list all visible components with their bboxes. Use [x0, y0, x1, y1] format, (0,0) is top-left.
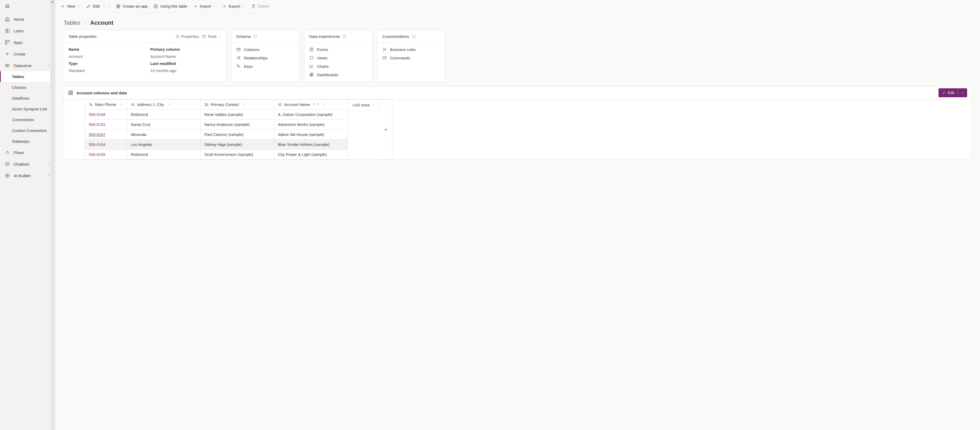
cell-city[interactable]: Missoula	[127, 130, 200, 140]
sidebar-item-apps[interactable]: Apps	[0, 37, 55, 48]
chevron-down-icon[interactable]	[958, 91, 967, 95]
svg-rect-24	[310, 57, 313, 59]
svg-rect-26	[312, 73, 313, 74]
chevron-down-icon[interactable]	[77, 4, 80, 8]
table-row[interactable]: 555-0157MissoulaPaul Cannon (sample)Alpi…	[85, 130, 348, 140]
custom-link-commands[interactable]: Commands	[382, 56, 441, 60]
table-row[interactable]: 555-0152Santa CruzNancy Anderson (sample…	[85, 119, 348, 130]
cell-phone[interactable]: 555-0155	[85, 150, 127, 159]
cell-contact[interactable]: Scott Konersmann (sample)	[200, 150, 274, 159]
dataexp-link-views[interactable]: Views	[309, 56, 368, 60]
table-row[interactable]: 555-0155RedmondScott Konersmann (sample)…	[85, 150, 348, 159]
sidebar-item-chatbots[interactable]: Chatbots	[0, 158, 55, 170]
cell-city[interactable]: Los Angeles	[127, 140, 200, 150]
cell-phone[interactable]: 555-0157	[85, 130, 127, 140]
create-app-button[interactable]: Create an app	[116, 4, 148, 9]
cell-account[interactable]: Alpine Ski House (sample)	[274, 130, 348, 140]
column-label: Primary Contact	[211, 102, 239, 107]
schema-link-keys[interactable]: Keys	[236, 64, 294, 68]
table-row[interactable]: 555-0154Los AngelesSidney Higa (sample)B…	[85, 140, 348, 150]
sidebar-item-choices[interactable]: Choices	[0, 82, 55, 93]
import-button[interactable]: Import	[193, 4, 216, 9]
required-star: *	[313, 102, 314, 107]
schema-link-relationships[interactable]: Relationships	[236, 56, 294, 60]
cell-contact[interactable]: Sidney Higa (sample)	[200, 140, 274, 150]
properties-button[interactable]: Properties	[175, 34, 199, 39]
sidebar-item-dataflows[interactable]: Dataflows	[0, 93, 55, 104]
link-label: Keys	[244, 64, 253, 68]
dataexp-link-dashboards[interactable]: Dashboards	[309, 72, 368, 77]
cell-city[interactable]: Redmond	[127, 150, 200, 159]
chevron-down-icon	[46, 162, 50, 166]
sidebar-item-dataverse[interactable]: Dataverse	[0, 60, 55, 71]
custom-link-business-rules[interactable]: Business rules	[382, 47, 441, 52]
chevron-right-icon	[84, 19, 87, 26]
table-row[interactable]: 555-0158RedmondRene Valdes (sample)A. Da…	[85, 110, 348, 119]
column-header-city[interactable]: Address 1: City	[127, 100, 200, 110]
cell-city[interactable]: Redmond	[127, 110, 200, 119]
svg-rect-25	[310, 73, 311, 75]
cell-account[interactable]: City Power & Light (sample)	[274, 150, 348, 159]
info-icon[interactable]	[253, 34, 258, 39]
info-icon[interactable]	[412, 34, 416, 39]
svg-rect-2	[5, 43, 7, 45]
schema-link-columns[interactable]: Columns	[236, 47, 294, 52]
sidebar-item-label: Learn	[14, 29, 24, 33]
prop-type-value: Standard	[68, 68, 140, 73]
pencil-icon	[86, 4, 91, 9]
prop-modified-value: 10 months ago	[150, 68, 221, 73]
cell-phone[interactable]: 555-0158	[85, 110, 127, 119]
cell-contact[interactable]: Paul Cannon (sample)	[200, 130, 274, 140]
breadcrumb-root[interactable]: Tables	[64, 19, 80, 26]
commands-icon	[382, 56, 387, 60]
add-column-button[interactable]	[379, 99, 393, 159]
column-header-contact[interactable]: Primary Contact	[200, 100, 274, 110]
svg-rect-10	[118, 5, 120, 6]
export-button[interactable]: Export	[222, 4, 245, 9]
sidebar-item-custom-connectors[interactable]: Custom Connectors	[0, 125, 55, 136]
sidebar-item-tables[interactable]: Tables	[0, 71, 55, 82]
new-button[interactable]: New	[60, 4, 80, 9]
cell-contact[interactable]: Nancy Anderson (sample)	[200, 119, 274, 130]
sidebar-item-azure-synapse[interactable]: Azure Synapse Link	[0, 104, 55, 114]
data-edit-button[interactable]: Edit	[939, 88, 967, 97]
import-icon	[193, 4, 198, 9]
sidebar-item-learn[interactable]: Learn	[0, 25, 55, 37]
sidebar-item-ai-builder[interactable]: AI Builder	[0, 170, 55, 182]
sidebar-scrollbar[interactable]	[50, 0, 55, 430]
phone-icon	[89, 102, 93, 107]
cell-city[interactable]: Santa Cruz	[127, 119, 200, 130]
cell-account[interactable]: Blue Yonder Airlines (sample)	[274, 140, 348, 150]
column-header-account[interactable]: Account Name *	[274, 100, 348, 110]
using-this-table-button[interactable]: Using this table	[153, 4, 187, 9]
sidebar-item-flows[interactable]: Flows	[0, 147, 55, 158]
chevron-down-icon[interactable]	[107, 4, 110, 8]
sidebar-item-label: Connections	[12, 118, 34, 122]
card-title: Table properties	[68, 34, 97, 39]
svg-rect-28	[310, 75, 311, 76]
relationships-icon	[236, 56, 241, 60]
sidebar-item-label: Custom Connectors	[12, 128, 47, 133]
column-header-phone[interactable]: Main Phone	[85, 100, 127, 110]
cell-account[interactable]: Adventure Works (sample)	[274, 119, 348, 130]
sidebar-item-connections[interactable]: Connections	[0, 114, 55, 125]
chevron-down-icon[interactable]	[242, 4, 245, 8]
command-bar: New Edit Create an app	[55, 0, 980, 13]
cell-phone[interactable]: 555-0152	[85, 119, 127, 130]
cell-phone[interactable]: 555-0154	[85, 140, 127, 150]
chevron-down-icon[interactable]	[213, 4, 216, 8]
dataexp-link-charts[interactable]: Charts	[309, 64, 368, 68]
hamburger-button[interactable]	[0, 0, 55, 13]
more-columns-button[interactable]: +152 more	[348, 99, 379, 111]
sidebar-item-home[interactable]: Home	[0, 13, 55, 25]
cell-contact[interactable]: Rene Valdes (sample)	[200, 110, 274, 119]
tools-button[interactable]: Tools	[202, 34, 221, 39]
cell-account[interactable]: A. Datum Corporation (sample)	[274, 110, 348, 119]
sidebar-item-gateways[interactable]: Gateways	[0, 136, 55, 147]
edit-button[interactable]: Edit	[86, 3, 110, 9]
dataexp-link-forms[interactable]: Forms	[309, 47, 368, 52]
link-label: Charts	[317, 64, 329, 68]
sidebar-item-create[interactable]: Create	[0, 48, 55, 60]
info-icon[interactable]	[342, 34, 347, 39]
delete-button: Delete	[251, 4, 269, 9]
